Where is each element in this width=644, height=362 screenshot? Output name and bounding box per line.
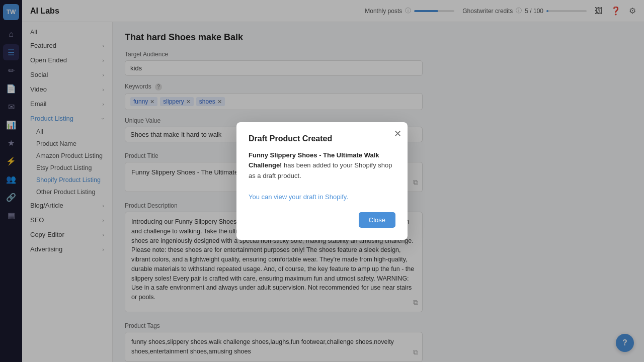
modal-close-button-primary[interactable]: Close [359, 212, 395, 228]
modal-close-button[interactable]: ✕ [394, 128, 401, 139]
modal-footer: Close [249, 212, 395, 228]
modal-body: Funny Slippery Shoes - The Ultimate Walk… [249, 150, 395, 203]
modal-shopify-link[interactable]: You can view your draft in Shopify. [249, 193, 348, 201]
modal-title: Draft Product Created [249, 134, 395, 143]
modal-overlay[interactable]: ✕ Draft Product Created Funny Slippery S… [0, 0, 644, 362]
draft-product-modal: ✕ Draft Product Created Funny Slippery S… [236, 122, 408, 240]
